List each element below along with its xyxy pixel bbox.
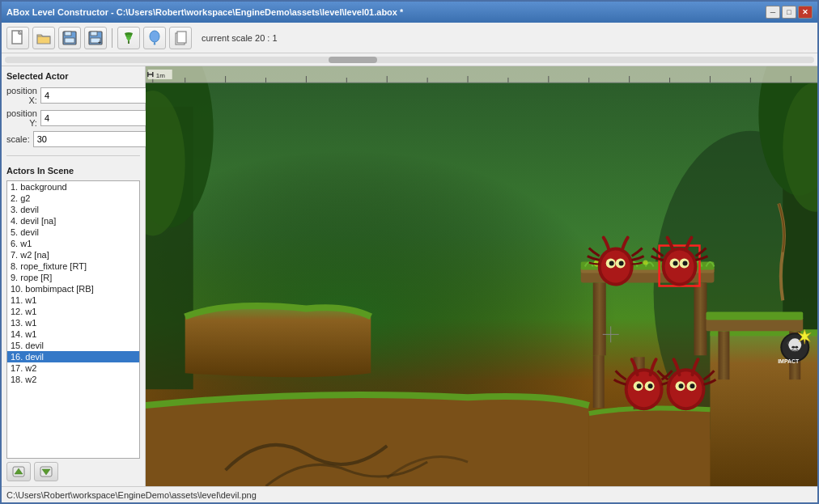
svg-point-48 (665, 251, 694, 283)
svg-point-10 (150, 31, 159, 42)
title-bar-buttons: ─ □ ✕ (766, 6, 813, 19)
save-as-button[interactable]: + (84, 27, 107, 49)
actor-item[interactable]: 15. devil (7, 340, 139, 351)
svg-point-44 (609, 261, 614, 266)
svg-point-62 (670, 371, 702, 407)
svg-rect-33 (718, 331, 729, 379)
scroll-thumb[interactable] (329, 57, 377, 63)
status-path: C:\Users\Robert\workspace\EngineDemo\ass… (6, 490, 257, 500)
svg-text:1m: 1m (156, 72, 165, 79)
svg-rect-32 (706, 311, 803, 320)
svg-point-52 (683, 261, 688, 266)
actor-item[interactable]: 6. w1 (7, 238, 139, 249)
scale-display: current scale 20 : 1 (202, 33, 278, 43)
save-button[interactable] (58, 27, 81, 49)
main-content: Selected Actor position X: position Y: s… (2, 66, 817, 486)
svg-point-65 (679, 383, 684, 388)
scroll-track[interactable] (5, 57, 814, 63)
copy-button[interactable] (169, 27, 192, 49)
actor-item[interactable]: 11. w1 (7, 294, 139, 306)
pos-x-label: position X: (6, 86, 37, 105)
svg-point-38 (643, 260, 648, 265)
svg-rect-30 (694, 282, 707, 355)
svg-point-71 (791, 346, 795, 349)
svg-rect-7 (91, 32, 97, 36)
pos-y-label: position Y: (6, 108, 37, 128)
actor-item[interactable]: 16. devil (7, 351, 139, 362)
canvas-area[interactable]: IMPACT IMPACT (146, 66, 817, 486)
open-file-button[interactable] (32, 27, 55, 49)
window-title: ABox Level Constructor - C:\Users\Robert… (6, 7, 403, 17)
svg-text:IMPACT: IMPACT (778, 358, 800, 364)
scale-row: scale: (6, 131, 140, 147)
actor-item[interactable]: 8. rope_fixture [RT] (7, 260, 139, 272)
scale-input[interactable] (33, 131, 153, 147)
svg-point-70 (788, 338, 801, 351)
toolbar-sep-1 (112, 28, 112, 48)
left-panel: Selected Actor position X: position Y: s… (2, 66, 146, 486)
game-canvas: IMPACT IMPACT (146, 66, 817, 486)
svg-point-56 (628, 371, 660, 407)
minimize-button[interactable]: ─ (766, 6, 780, 19)
svg-point-45 (619, 261, 624, 266)
svg-point-72 (795, 346, 798, 349)
list-buttons (6, 462, 140, 481)
maximize-button[interactable]: □ (782, 6, 796, 19)
svg-rect-12 (177, 32, 186, 43)
scene-svg: IMPACT IMPACT (146, 66, 817, 486)
actor-item[interactable]: 14. w1 (7, 328, 139, 340)
horizontal-scrollbar[interactable] (2, 53, 817, 66)
selected-actor-label: Selected Actor (6, 71, 140, 81)
actor-item[interactable]: 3. devil (7, 204, 139, 215)
position-y-row: position Y: (6, 108, 140, 128)
actor-item[interactable]: 7. w2 [na] (7, 249, 139, 260)
actor-item[interactable]: 18. w2 (7, 374, 139, 385)
svg-point-59 (637, 383, 642, 388)
actor-item[interactable]: 2. g2 (7, 193, 139, 204)
move-up-button[interactable] (6, 462, 31, 481)
svg-point-41 (601, 251, 630, 283)
actor-item[interactable]: 4. devil [na] (7, 215, 139, 227)
svg-rect-29 (593, 282, 606, 355)
actor-item[interactable]: 9. rope [R] (7, 272, 139, 283)
position-x-row: position X: (6, 86, 140, 105)
title-bar: ABox Level Constructor - C:\Users\Robert… (2, 2, 817, 23)
svg-rect-81 (146, 66, 817, 83)
actor-item[interactable]: 12. w1 (7, 306, 139, 317)
actor-item[interactable]: 1. background (7, 181, 139, 193)
balloon-tool-button[interactable] (143, 27, 166, 49)
move-down-button[interactable] (34, 462, 58, 481)
svg-text:+: + (98, 40, 101, 45)
actors-label: Actors In Scene (6, 166, 140, 176)
actors-list-container: Actors In Scene 1. background2. g23. dev… (6, 166, 140, 481)
tree-tool-button[interactable] (117, 27, 140, 49)
actor-item[interactable]: 17. w2 (7, 362, 139, 374)
new-file-button[interactable] (6, 27, 29, 49)
main-window: ABox Level Constructor - C:\Users\Robert… (0, 0, 819, 504)
svg-point-66 (690, 383, 695, 388)
pos-y-input[interactable] (40, 110, 160, 126)
close-button[interactable]: ✕ (798, 6, 813, 19)
actor-item[interactable]: 10. bombimpact [RB] (7, 283, 139, 294)
pos-x-input[interactable] (40, 87, 160, 104)
svg-point-51 (673, 261, 678, 266)
scale-field-label: scale: (6, 134, 30, 144)
actors-list[interactable]: 1. background2. g23. devil4. devil [na]5… (6, 180, 140, 459)
svg-point-60 (648, 383, 653, 388)
svg-rect-36 (593, 355, 605, 408)
panel-divider (6, 155, 140, 156)
svg-rect-4 (65, 32, 71, 36)
status-bar: C:\Users\Robert\workspace\EngineDemo\ass… (2, 486, 817, 502)
svg-rect-5 (65, 38, 74, 43)
toolbar: + current scale 20 : (2, 23, 817, 53)
actor-item[interactable]: 13. w1 (7, 317, 139, 328)
actor-item[interactable]: 5. devil (7, 227, 139, 238)
